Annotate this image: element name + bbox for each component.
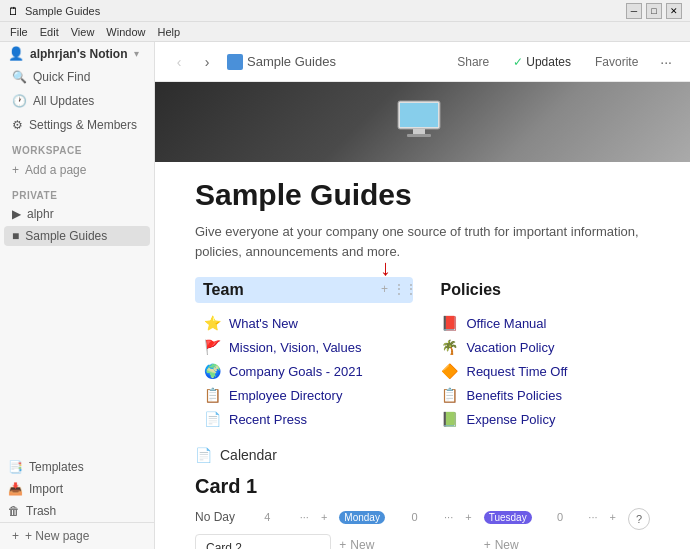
card-title: Card 1 [195, 475, 650, 498]
menu-help[interactable]: Help [151, 26, 186, 38]
noday-add-button[interactable]: + [317, 510, 331, 524]
team-item-mission[interactable]: 🚩 Mission, Vision, Values [195, 335, 413, 359]
favorite-button[interactable]: Favorite [587, 51, 646, 73]
team-column: Team ⭐ What's New 🚩 Mission, Vision, Val… [195, 277, 413, 431]
policies-item-timeoff[interactable]: 🔶 Request Time Off [433, 359, 651, 383]
columns-container: ↓ + ⋮⋮ Team ⭐ What's New 🚩 Mission, Visi… [195, 277, 650, 431]
workspace-section-label: WORKSPACE [0, 137, 154, 158]
sidebar-item-quick-find[interactable]: 🔍 Quick Find [4, 66, 150, 88]
menu-edit[interactable]: Edit [34, 26, 65, 38]
tuesday-more-button[interactable]: ··· [584, 510, 601, 524]
breadcrumb-title: Sample Guides [247, 54, 336, 69]
calendar-section: 📄 Calendar [195, 447, 650, 463]
forward-button[interactable]: › [195, 50, 219, 74]
policies-item-office[interactable]: 📕 Office Manual [433, 311, 651, 335]
sidebar-item-settings[interactable]: ⚙ Settings & Members [4, 114, 150, 136]
page-icon: ▶ [12, 207, 21, 221]
private-section-label: PRIVATE [0, 182, 154, 203]
kanban-col-monday: Monday 0 ··· + + New [339, 506, 475, 549]
sidebar-item-all-updates[interactable]: 🕐 All Updates [4, 90, 150, 112]
share-button[interactable]: Share [449, 51, 497, 73]
kanban-col-monday-header: Monday 0 ··· + [339, 506, 475, 528]
page-title: Sample Guides [195, 178, 650, 212]
maximize-button[interactable]: □ [646, 3, 662, 19]
close-button[interactable]: ✕ [666, 3, 682, 19]
main-content: ‹ › Sample Guides Share ✓ Updates Favori… [155, 42, 690, 549]
add-page-button[interactable]: + Add a page [4, 159, 150, 181]
policies-item-vacation[interactable]: 🌴 Vacation Policy [433, 335, 651, 359]
page-body: Sample Guides Give everyone at your comp… [155, 162, 690, 549]
noday-more-button[interactable]: ··· [296, 510, 313, 524]
noday-label: No Day [195, 510, 235, 524]
templates-icon: 📑 [8, 460, 23, 474]
menu-window[interactable]: Window [100, 26, 151, 38]
help-button[interactable]: ? [628, 508, 650, 530]
doc-icon: 📄 [203, 411, 221, 427]
policies-column-header: Policies [433, 277, 651, 303]
team-item-whats-new[interactable]: ⭐ What's New [195, 311, 413, 335]
kanban-col-noday-header: No Day 4 ··· + [195, 506, 331, 528]
calendar-header[interactable]: 📄 Calendar [195, 447, 650, 463]
grid-icon: 📋 [203, 387, 221, 403]
updates-button[interactable]: ✓ Updates [505, 51, 579, 73]
policies-item-expense[interactable]: 📗 Expense Policy [433, 407, 651, 431]
monday-count: 0 [411, 511, 417, 523]
flag-icon: 🚩 [203, 339, 221, 355]
page-icon: ■ [12, 229, 19, 243]
monday-badge: Monday [339, 511, 385, 524]
more-options-button[interactable]: ··· [654, 50, 678, 74]
page-content: Sample Guides Give everyone at your comp… [155, 82, 690, 549]
diamond-icon: 🔶 [441, 363, 459, 379]
menu-file[interactable]: File [4, 26, 34, 38]
gear-icon: ⚙ [12, 118, 23, 132]
breadcrumb: Sample Guides [227, 54, 336, 70]
toolbar: ‹ › Sample Guides Share ✓ Updates Favori… [155, 42, 690, 82]
sidebar-user[interactable]: 👤 alphrjan's Notion ▾ [0, 42, 154, 65]
minimize-button[interactable]: ─ [626, 3, 642, 19]
palm-icon: 🌴 [441, 339, 459, 355]
policies-item-benefits[interactable]: 📋 Benefits Policies [433, 383, 651, 407]
team-item-press[interactable]: 📄 Recent Press [195, 407, 413, 431]
calendar-icon: 📄 [195, 447, 212, 463]
sidebar-item-alphr[interactable]: ▶ alphr [4, 204, 150, 224]
tuesday-new-card-button[interactable]: + New [484, 534, 620, 549]
drag-handle-icon[interactable]: ⋮⋮ [393, 282, 417, 296]
monday-more-button[interactable]: ··· [440, 510, 457, 524]
sidebar: 👤 alphrjan's Notion ▾ 🔍 Quick Find 🕐 All… [0, 42, 155, 549]
earth-icon: 🌍 [203, 363, 221, 379]
svg-rect-1 [400, 103, 438, 127]
trash-icon: 🗑 [8, 504, 20, 518]
sidebar-user-name: alphrjan's Notion [30, 47, 128, 61]
sidebar-item-templates[interactable]: 📑 Templates [0, 456, 154, 478]
card-item-card2[interactable]: Card 2 [195, 534, 331, 549]
chevron-down-icon: ▾ [134, 48, 139, 59]
calendar-title: Calendar [220, 447, 277, 463]
tuesday-add-button[interactable]: + [606, 510, 620, 524]
title-bar: 🗒 Sample Guides ─ □ ✕ [0, 0, 690, 22]
sidebar-item-sample-guides[interactable]: ■ Sample Guides [4, 226, 150, 246]
monday-new-card-button[interactable]: + New [339, 534, 475, 549]
page-hero [155, 82, 690, 162]
search-icon: 🔍 [12, 70, 27, 84]
menu-view[interactable]: View [65, 26, 101, 38]
svg-rect-2 [413, 129, 425, 134]
plus-icon: + [339, 538, 346, 549]
plus-icon: + [12, 163, 19, 177]
tuesday-count: 0 [557, 511, 563, 523]
import-icon: 📥 [8, 482, 23, 496]
updates-label: Updates [526, 55, 571, 69]
team-item-goals[interactable]: 🌍 Company Goals - 2021 [195, 359, 413, 383]
noday-count: 4 [264, 511, 270, 523]
team-item-directory[interactable]: 📋 Employee Directory [195, 383, 413, 407]
clipboard-icon: 📋 [441, 387, 459, 403]
back-button[interactable]: ‹ [167, 50, 191, 74]
monday-add-button[interactable]: + [461, 510, 475, 524]
title-bar-title: Sample Guides [25, 5, 100, 17]
sidebar-item-import[interactable]: 📥 Import [0, 478, 154, 500]
app-icon: 🗒 [8, 5, 19, 17]
add-block-icon[interactable]: + [381, 282, 388, 296]
sidebar-item-trash[interactable]: 🗑 Trash [0, 500, 154, 522]
window-controls[interactable]: ─ □ ✕ [626, 3, 682, 19]
kanban-col-tuesday: Tuesday 0 ··· + + New [484, 506, 620, 549]
new-page-button[interactable]: + + New page [0, 522, 154, 549]
